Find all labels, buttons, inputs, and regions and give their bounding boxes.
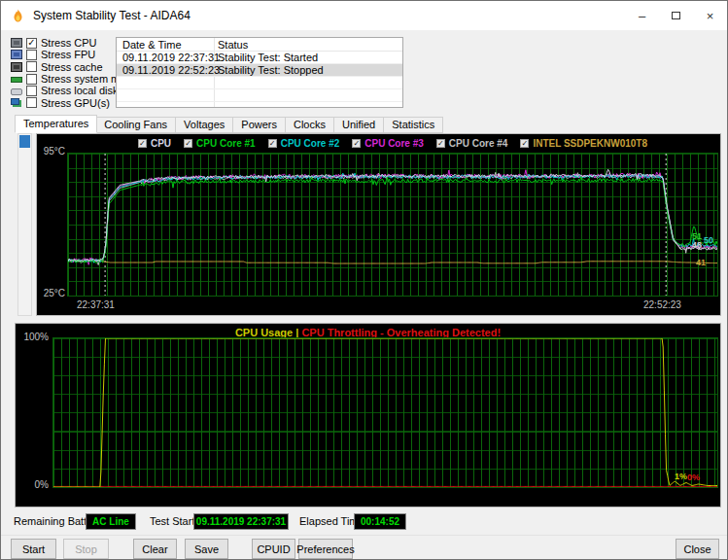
legend-checkbox[interactable]: ✓: [352, 139, 361, 148]
maximize-button[interactable]: [659, 1, 693, 30]
stress-option[interactable]: ✓Stress CPU: [11, 37, 116, 49]
column-header-status: Status: [218, 39, 248, 51]
cpuid-button[interactable]: CPUID: [252, 539, 295, 559]
scrollbar-thumb[interactable]: [19, 135, 30, 148]
table-row[interactable]: 09.11.2019 22:37:31Stability Test: Start…: [117, 52, 402, 64]
tab-statistics[interactable]: Statistics: [384, 117, 443, 133]
legend-checkbox[interactable]: ✓: [268, 139, 277, 148]
temperature-legend: ✓CPU✓CPU Core #1✓CPU Core #2✓CPU Core #3…: [67, 138, 718, 149]
cell-status: Stability Test: Stopped: [218, 64, 324, 76]
test-started-value: 09.11.2019 22:37:31: [196, 516, 286, 527]
legend-label: CPU Core #3: [364, 138, 424, 149]
close-window-button[interactable]: ×: [693, 1, 727, 30]
series-cpu-core-3: [68, 170, 717, 265]
cell-status: Stability Test: Started: [218, 52, 318, 63]
stress-checkbox[interactable]: [26, 61, 37, 72]
battery-value-box: AC Line: [86, 513, 136, 530]
table-row-empty: [117, 102, 402, 108]
aida64-stability-test-window: System Stability Test - AIDA64 – × ✓Stre…: [0, 0, 728, 560]
tab-bar: TemperaturesCooling FansVoltagesPowersCl…: [15, 115, 443, 133]
stress-option[interactable]: Stress FPU: [11, 49, 116, 60]
series-cpu-core-4: [68, 172, 717, 264]
stress-option[interactable]: Stress local disks: [11, 85, 116, 96]
tab-powers[interactable]: Powers: [233, 117, 286, 133]
stress-checkbox[interactable]: [26, 50, 37, 60]
column-header-datetime: Date & Time: [122, 39, 182, 51]
stress-option-label: Stress CPU: [41, 37, 96, 49]
legend-checkbox[interactable]: ✓: [520, 139, 529, 148]
stress-checkbox[interactable]: [26, 97, 37, 108]
maximize-icon: [672, 12, 680, 19]
battery-value: AC Line: [92, 516, 129, 527]
close-button[interactable]: Close: [676, 539, 719, 559]
memory-icon: [11, 77, 22, 83]
tab-temperatures[interactable]: Temperatures: [15, 115, 97, 133]
legend-label: CPU: [151, 138, 171, 149]
legend-item[interactable]: ✓INTEL SSDPEKNW010T8: [520, 138, 647, 149]
fpu-icon: [11, 50, 22, 59]
tab-unified[interactable]: Unified: [334, 117, 384, 133]
stress-option-label: Stress FPU: [41, 49, 95, 60]
legend-item[interactable]: ✓CPU Core #2: [268, 138, 340, 149]
minimize-button[interactable]: –: [625, 1, 659, 30]
usage-y-min-label: 0%: [21, 479, 49, 490]
stress-checkbox[interactable]: ✓: [26, 38, 37, 49]
series-cpu-usage: [53, 338, 717, 487]
temperature-plot: [67, 153, 718, 297]
table-row-empty: [117, 89, 402, 102]
preferences-button[interactable]: Preferences: [298, 539, 353, 559]
legend-item[interactable]: ✓CPU Core #1: [184, 138, 256, 149]
start-button[interactable]: Start: [11, 539, 56, 559]
cache-icon: [11, 62, 22, 72]
tab-voltages[interactable]: Voltages: [176, 117, 233, 133]
usage-y-max-label: 100%: [21, 332, 49, 342]
legend-checkbox[interactable]: ✓: [138, 139, 147, 148]
end-value-label: 50: [704, 235, 713, 245]
y-axis-max-label: 95°C: [39, 146, 65, 157]
stress-option[interactable]: Stress system memory: [11, 73, 116, 85]
legend-checkbox[interactable]: ✓: [436, 139, 445, 148]
test-started-value-box: 09.11.2019 22:37:31: [193, 513, 289, 530]
cpu-icon: [11, 38, 22, 48]
cell-datetime: 09.11.2019 22:37:31: [122, 52, 220, 63]
stress-option-label: Stress GPU(s): [41, 97, 110, 109]
legend-item[interactable]: ✓CPU: [138, 138, 171, 149]
cpu-usage-chart-panel: CPU Usage | CPU Throttling - Overheating…: [15, 323, 721, 508]
test-log-table[interactable]: Date & Time Status 09.11.2019 22:37:31St…: [116, 37, 403, 108]
table-row-empty: [117, 77, 402, 89]
legend-label: INTEL SSDPEKNW010T8: [533, 138, 647, 149]
x-axis-end-label: 22:52:23: [643, 299, 681, 310]
disk-icon: [11, 88, 22, 95]
legend-checkbox[interactable]: ✓: [184, 139, 192, 148]
stress-options-list: ✓Stress CPUStress FPUStress cacheStress …: [11, 37, 116, 109]
x-axis-start-label: 22:37:31: [77, 299, 115, 310]
elapsed-time-value-box: 00:14:52: [354, 513, 406, 530]
legend-label: CPU Core #4: [449, 138, 508, 149]
legend-label: CPU Core #1: [196, 138, 256, 149]
stress-option-label: Stress cache: [41, 61, 103, 73]
stress-checkbox[interactable]: [26, 74, 37, 85]
temperature-scale-scrollbar[interactable]: [17, 133, 32, 316]
gpu-icon: [11, 98, 19, 105]
end-value-label: 48: [692, 240, 702, 250]
tab-cooling-fans[interactable]: Cooling Fans: [96, 117, 176, 133]
end-value-label: 0%: [687, 472, 700, 482]
tab-clocks[interactable]: Clocks: [286, 117, 334, 133]
legend-item[interactable]: ✓CPU Core #3: [352, 138, 424, 149]
titlebar: System Stability Test - AIDA64 – ×: [1, 1, 727, 30]
elapsed-time-value: 00:14:52: [361, 516, 399, 527]
y-axis-min-label: 25°C: [39, 288, 65, 298]
table-row[interactable]: 09.11.2019 22:52:23Stability Test: Stopp…: [117, 64, 402, 77]
cell-datetime: 09.11.2019 22:52:23: [122, 64, 220, 76]
stress-checkbox[interactable]: [26, 86, 37, 96]
save-button[interactable]: Save: [185, 539, 228, 559]
legend-item[interactable]: ✓CPU Core #4: [436, 138, 508, 149]
stress-option[interactable]: Stress GPU(s): [11, 96, 116, 108]
button-row: Start Stop Clear Save CPUID Preferences …: [1, 535, 727, 560]
legend-label: CPU Core #2: [281, 138, 340, 149]
end-value-label: 41: [696, 258, 706, 267]
clear-button[interactable]: Clear: [133, 539, 177, 559]
cpu-usage-plot: [52, 337, 718, 488]
temperature-chart-panel: ✓CPU✓CPU Core #1✓CPU Core #2✓CPU Core #3…: [36, 133, 721, 316]
stress-option[interactable]: Stress cache: [11, 61, 116, 73]
